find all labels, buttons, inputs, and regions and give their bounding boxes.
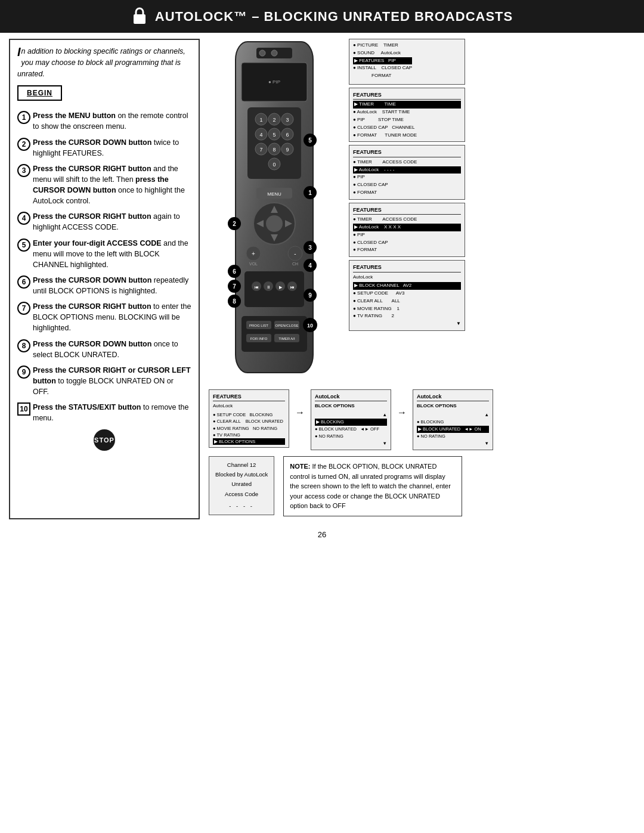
svg-text:+: +: [252, 250, 255, 257]
svg-text:5: 5: [273, 132, 275, 138]
step-3-num: 3: [17, 164, 30, 177]
step-9: 9 Press the CURSOR RIGHT or CURSOR LEFT …: [17, 365, 191, 397]
bottom-section: FEATURES AutoLock ● SETUP CODE BLOCKING …: [206, 385, 635, 519]
note-label: NOTE:: [290, 463, 310, 470]
step-2-num: 2: [17, 138, 30, 151]
step-1-text: Press the MENU button on the remote cont…: [33, 110, 191, 132]
svg-text:6: 6: [286, 132, 289, 138]
step-9-num: 9: [17, 366, 30, 379]
lock-icon: [131, 6, 148, 27]
svg-text:5: 5: [308, 137, 312, 144]
panel2-title: FEATURES: [353, 91, 461, 100]
step-6-text: Press the CURSOR DOWN button repeatedly …: [33, 275, 191, 296]
step-8: 8 Press the CURSOR DOWN button once to s…: [17, 339, 191, 360]
page-header: AutoLock™ – Blocking Unrated Broadcasts: [0, 0, 644, 33]
left-panel: I n addition to blocking specific rating…: [9, 39, 200, 519]
panel-access-code: FEATURES ● TIMER ACCESS CODE ▶ AutoLock …: [349, 203, 465, 257]
svg-text:-: -: [294, 250, 296, 257]
step-10-text: Press the STATUS/EXIT button to remove t…: [33, 402, 191, 423]
panel-block-options-2: AutoLock BLOCK OPTIONS ▲ ▶ BLOCKING ● BL…: [311, 389, 391, 450]
step-7-num: 7: [17, 302, 30, 315]
svg-text:⏸: ⏸: [267, 285, 271, 289]
channel-blocked-panel: Channel 12 Blocked by AutoLock Unrated A…: [209, 456, 274, 515]
svg-text:4: 4: [259, 132, 262, 138]
arrow-1: →: [295, 389, 305, 418]
channel-line4: Access Code: [215, 490, 268, 499]
svg-text:PROG LIST: PROG LIST: [249, 324, 268, 327]
bottom-panels-row: FEATURES AutoLock ● SETUP CODE BLOCKING …: [209, 389, 632, 450]
svg-text:10: 10: [307, 323, 313, 329]
step-10: 10 Press the STATUS/EXIT button to remov…: [17, 402, 191, 423]
svg-text:7: 7: [233, 283, 236, 290]
note-box: NOTE: If the BLOCK OPTION, BLOCK UNRATED…: [283, 456, 462, 516]
channel-line3: Unrated: [215, 479, 268, 489]
panel-autolock-highlighted: FEATURES ● TIMER ACCESS CODE ▶ AutoLock …: [349, 145, 465, 199]
channel-dashes: - - - -: [215, 501, 268, 511]
note-channel-row: Channel 12 Blocked by AutoLock Unrated A…: [209, 456, 632, 516]
svg-point-3: [259, 50, 265, 56]
begin-label: BEGIN: [17, 85, 191, 106]
svg-text:8: 8: [233, 298, 236, 305]
svg-point-4: [271, 50, 277, 56]
page-number: 26: [0, 525, 644, 544]
panel5-title: FEATURES: [353, 263, 461, 272]
step-8-num: 8: [17, 339, 30, 352]
svg-text:4: 4: [308, 262, 312, 269]
step-3-text: Press the CURSOR RIGHT button and the me…: [33, 163, 191, 207]
right-panel: ● PIP 1 2 3 4 5 6: [206, 39, 635, 519]
step-8-text: Press the CURSOR DOWN button once to sel…: [33, 339, 191, 360]
svg-text:FOR INFO: FOR INFO: [250, 337, 268, 340]
panel-features-expanded: FEATURES ▶ TIMER TIME ● AutoLock START T…: [349, 88, 465, 142]
note-text: If the BLOCK OPTION, BLOCK UNRATED contr…: [290, 463, 451, 509]
step-6: 6 Press the CURSOR DOWN button repeatedl…: [17, 275, 191, 296]
panel-features-main: ● PICTURE TIMER ● SOUND AutoLock ▶ FEATU…: [349, 39, 465, 85]
panel3-title: FEATURES: [353, 148, 461, 157]
svg-text:2: 2: [273, 117, 275, 123]
step-10-num: 10: [17, 402, 30, 416]
panels-col: ● PICTURE TIMER ● SOUND AutoLock ▶ FEATU…: [349, 39, 635, 385]
step-7: 7 Press the CURSOR RIGHT button to enter…: [17, 301, 191, 333]
step-9-text: Press the CURSOR RIGHT or CURSOR LEFT bu…: [33, 365, 191, 397]
stop-icon: STOP: [94, 429, 115, 451]
svg-rect-0: [134, 14, 145, 24]
panel-block-options-3: AutoLock BLOCK OPTIONS ▲ ● BLOCKING ▶ BL…: [413, 389, 493, 450]
svg-text:OPEN/CLOSE: OPEN/CLOSE: [275, 324, 298, 327]
svg-text:⏭: ⏭: [290, 285, 295, 289]
step-5-num: 5: [17, 239, 30, 252]
intro-text: I n addition to blocking specific rating…: [17, 46, 191, 79]
panel-block-options-1: FEATURES AutoLock ● SETUP CODE BLOCKING …: [209, 389, 289, 448]
step-5: 5 Enter your four-digit ACCESS CODE and …: [17, 238, 191, 270]
drop-cap: I: [17, 46, 21, 58]
svg-text:1: 1: [308, 190, 312, 196]
svg-text:1: 1: [259, 117, 262, 123]
step-4-text: Press the CURSOR RIGHT button again to h…: [33, 211, 191, 233]
step-2: 2 Press the CURSOR DOWN button twice to …: [17, 137, 191, 159]
remote-control-image: ● PIP 1 2 3 4 5 6: [224, 39, 325, 385]
step-1-num: 1: [17, 111, 30, 124]
svg-text:0: 0: [273, 162, 275, 168]
svg-text:3: 3: [286, 117, 289, 123]
bop2-title: AutoLock: [315, 392, 387, 401]
step-2-text: Press the CURSOR DOWN button twice to hi…: [33, 137, 191, 159]
step-1: 1 Press the MENU button on the remote co…: [17, 110, 191, 132]
step-5-text: Enter your four-digit ACCESS CODE and th…: [33, 238, 191, 270]
svg-text:⏮: ⏮: [255, 285, 259, 289]
stop-button-area: STOP: [17, 429, 191, 451]
bop3-title: AutoLock: [417, 392, 489, 401]
panel-block-channel: FEATURES AutoLock ▶ BLOCK CHANNEL AV2 ● …: [349, 260, 465, 331]
svg-text:VOL: VOL: [249, 262, 258, 266]
right-section: ● PIP 1 2 3 4 5 6: [206, 39, 635, 385]
bop1-title: FEATURES: [213, 392, 285, 401]
svg-text:CH: CH: [292, 262, 298, 266]
svg-text:2: 2: [233, 221, 236, 227]
svg-point-31: [266, 215, 283, 232]
svg-text:TIMER A/I: TIMER A/I: [278, 337, 295, 340]
svg-text:9: 9: [308, 292, 312, 299]
svg-text:3: 3: [308, 244, 312, 251]
panel4-title: FEATURES: [353, 206, 461, 215]
channel-line1: Channel 12: [215, 460, 268, 470]
step-4-num: 4: [17, 212, 30, 225]
svg-text:7: 7: [259, 147, 262, 153]
svg-text:6: 6: [233, 268, 236, 275]
step-7-text: Press the CURSOR RIGHT button to enter t…: [33, 301, 191, 333]
